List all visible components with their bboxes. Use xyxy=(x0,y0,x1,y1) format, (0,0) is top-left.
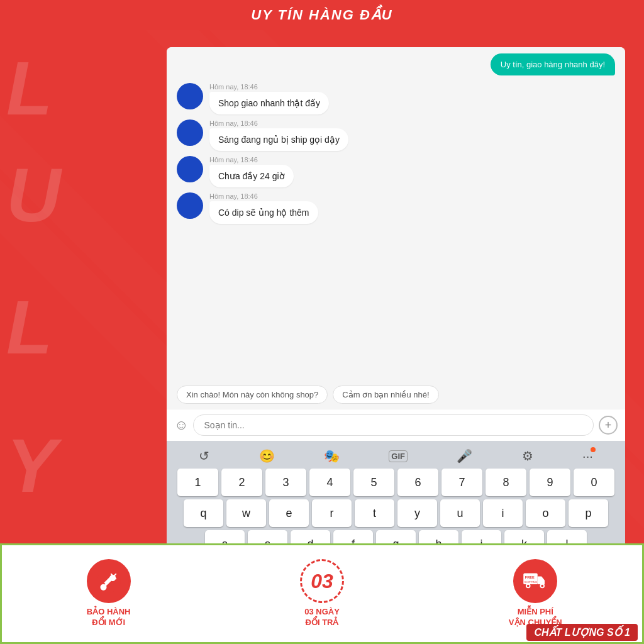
key-3[interactable]: 3 xyxy=(265,469,306,496)
msg-bubble-3: Chưa đầy 24 giờ xyxy=(209,165,294,187)
svg-text:SHIPPING: SHIPPING xyxy=(525,580,538,584)
badge-warranty: BẢO HÀNHĐỔI MỚI xyxy=(2,545,215,642)
teal-message-bubble: Uy tín, giao hàng nhanh đây! xyxy=(491,53,615,75)
key-8[interactable]: 8 xyxy=(486,469,526,496)
message-row-2: Hôm nay, 18:46 Sáng đang ngủ bị ship gọi… xyxy=(177,119,615,151)
message-input[interactable] xyxy=(193,414,594,436)
message-row-3: Hôm nay, 18:46 Chưa đầy 24 giờ xyxy=(177,156,615,187)
avatar-2 xyxy=(177,119,203,146)
badge-icon-wrench xyxy=(87,559,131,603)
emoji-button[interactable]: ☺ xyxy=(174,417,188,433)
msg-time-3: Hôm nay, 18:46 xyxy=(209,156,294,164)
add-button[interactable]: + xyxy=(599,416,618,435)
key-5[interactable]: 5 xyxy=(353,469,394,496)
key-w[interactable]: w xyxy=(226,499,266,527)
kb-icon-refresh[interactable]: ↺ xyxy=(199,448,209,464)
quick-chip-1[interactable]: Xin chào! Món này còn không shop? xyxy=(177,386,328,404)
side-letter-L1: L xyxy=(6,50,52,126)
keyboard-row-qwerty: q w e r t y u i o p xyxy=(169,499,623,527)
kb-icon-more[interactable]: ··· xyxy=(582,449,593,464)
kb-icon-settings[interactable]: ⚙ xyxy=(522,448,533,464)
key-1[interactable]: 1 xyxy=(177,469,218,496)
message-input-bar: ☺ + xyxy=(167,409,625,441)
msg-bubble-1: Shop giao nhanh thật đấy xyxy=(209,92,329,114)
message-row-4: Hôm nay, 18:46 Có dip sẽ ủng hộ thêm xyxy=(177,192,615,224)
key-7[interactable]: 7 xyxy=(441,469,482,496)
side-letter-L2: L xyxy=(6,289,52,365)
bottom-quality-label: CHẤT LƯỢNG SỐ 1 xyxy=(526,624,638,641)
badge-return: 03 03 NGÀYĐỔI TRẢ xyxy=(215,545,428,642)
key-u[interactable]: u xyxy=(440,499,480,527)
badge-text-return: 03 NGÀYĐỔI TRẢ xyxy=(304,607,340,628)
wrench-icon xyxy=(96,569,121,594)
phone-screen: Uy tín, giao hàng nhanh đây! Hôm nay, 18… xyxy=(167,47,625,625)
key-t[interactable]: t xyxy=(355,499,394,527)
key-4[interactable]: 4 xyxy=(309,469,350,496)
chat-area: Uy tín, giao hàng nhanh đây! Hôm nay, 18… xyxy=(167,47,625,380)
msg-bubble-2: Sáng đang ngủ bị ship gọi dậy xyxy=(209,128,348,151)
badge-icon-03: 03 xyxy=(300,559,344,603)
svg-text:FREE: FREE xyxy=(525,575,535,579)
badge-icon-truck: FREE SHIPPING xyxy=(513,559,557,603)
quick-replies: Xin chào! Món này còn không shop? Cảm ơn… xyxy=(167,380,625,409)
message-row-1: Hôm nay, 18:46 Shop giao nhanh thật đấy xyxy=(177,83,615,114)
svg-point-7 xyxy=(541,585,544,587)
msg-time-4: Hôm nay, 18:46 xyxy=(209,192,318,200)
key-o[interactable]: o xyxy=(526,499,565,527)
top-banner: UY TÍN HÀNG ĐẦU xyxy=(0,0,644,30)
keyboard-toolbar: ↺ 😊 🎭 GIF 🎤 ⚙ ··· xyxy=(169,446,623,469)
msg-content-4: Hôm nay, 18:46 Có dip sẽ ủng hộ thêm xyxy=(209,192,318,224)
kb-icon-emoji[interactable]: 😊 xyxy=(259,448,275,464)
key-q[interactable]: q xyxy=(184,499,223,527)
key-2[interactable]: 2 xyxy=(221,469,262,496)
badge-text-warranty: BẢO HÀNHĐỔI MỚI xyxy=(87,607,131,628)
avatar-1 xyxy=(177,83,203,109)
msg-content-2: Hôm nay, 18:46 Sáng đang ngủ bị ship gọi… xyxy=(209,119,348,151)
key-9[interactable]: 9 xyxy=(530,469,570,496)
side-letter-Y: Y xyxy=(6,428,57,503)
quick-chip-2[interactable]: Cảm ơn bạn nhiều nhé! xyxy=(333,386,438,404)
key-p[interactable]: p xyxy=(569,499,608,527)
kb-icon-sticker[interactable]: 🎭 xyxy=(324,448,340,464)
notification-dot xyxy=(591,447,596,452)
avatar-3 xyxy=(177,156,203,182)
keyboard-number-row: 1 2 3 4 5 6 7 8 9 0 xyxy=(169,469,623,496)
top-banner-text: UY TÍN HÀNG ĐẦU xyxy=(251,7,393,23)
key-e[interactable]: e xyxy=(269,499,309,527)
key-0[interactable]: 0 xyxy=(574,469,614,496)
msg-content-3: Hôm nay, 18:46 Chưa đầy 24 giờ xyxy=(209,156,294,187)
key-r[interactable]: r xyxy=(312,499,352,527)
kb-icon-mic[interactable]: 🎤 xyxy=(457,448,472,464)
msg-time-1: Hôm nay, 18:46 xyxy=(209,83,329,91)
msg-content-1: Hôm nay, 18:46 Shop giao nhanh thật đấy xyxy=(209,83,329,114)
msg-time-2: Hôm nay, 18:46 xyxy=(209,119,348,127)
side-letter-U: U xyxy=(6,157,61,233)
key-6[interactable]: 6 xyxy=(397,469,438,496)
kb-icon-gif[interactable]: GIF xyxy=(389,450,408,462)
key-y[interactable]: y xyxy=(397,499,437,527)
truck-icon: FREE SHIPPING xyxy=(523,569,548,594)
avatar-4 xyxy=(177,192,203,219)
key-i[interactable]: i xyxy=(483,499,523,527)
svg-point-5 xyxy=(527,585,530,587)
msg-bubble-4: Có dip sẽ ủng hộ thêm xyxy=(209,201,318,224)
